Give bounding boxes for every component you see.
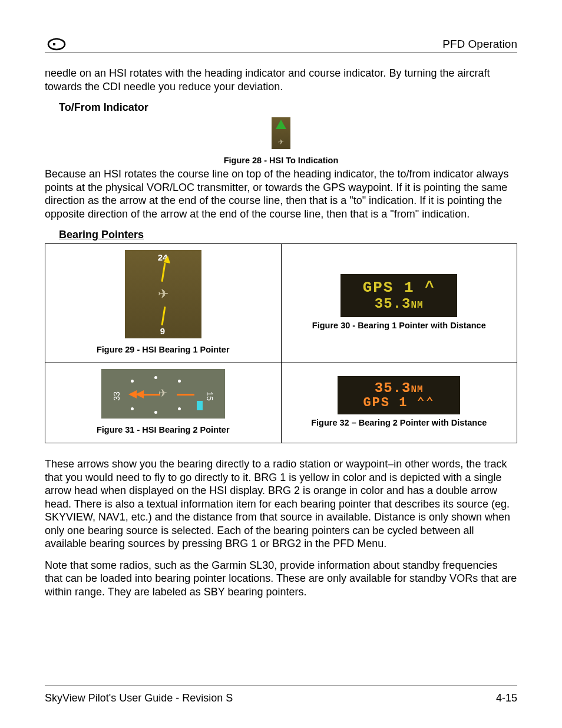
hsi-bearing-1-pointer-icon: 24 ✈ 9 (125, 250, 201, 338)
figure-31-cell: 33 ✈ 15 Figure 31 - HSI Bearing 2 Poin (45, 363, 282, 443)
bearing-paragraph-2: Note that some radios, such as the Garmi… (45, 559, 517, 599)
fig30-nm: NM (411, 300, 423, 311)
bearing-paragraph-1: These arrows show you the bearing direct… (45, 457, 517, 551)
fig30-distance: 35.3 (375, 296, 411, 312)
fig30-line1: GPS 1 ^ (363, 279, 435, 297)
footer-right: 4-15 (496, 692, 517, 704)
footer-left: SkyView Pilot's User Guide - Revision S (45, 692, 233, 704)
figure-28-caption: Figure 28 - HSI To Indication (45, 156, 517, 165)
fig31-tick-33: 33 (112, 391, 121, 401)
to-from-paragraph: Because an HSI rotates the course line o… (45, 167, 517, 220)
bearing-1-distance-display-icon: GPS 1 ^ 35.3NM (340, 274, 457, 317)
fig32-line2: GPS 1 ⌃⌃ (363, 396, 435, 410)
header-title: PFD Operation (442, 38, 517, 51)
bearing-2-distance-display-icon: 35.3NM GPS 1 ⌃⌃ (338, 376, 460, 414)
figure-30-caption: Figure 30 - Bearing 1 Pointer with Dista… (286, 321, 513, 330)
fig29-num-9: 9 (160, 326, 165, 336)
dynon-logo-icon (45, 38, 68, 51)
figure-32-cell: 35.3NM GPS 1 ⌃⌃ Figure 32 – Bearing 2 Po… (281, 363, 517, 443)
page-footer: SkyView Pilot's User Guide - Revision S … (45, 686, 517, 704)
figure-29-cell: 24 ✈ 9 Figure 29 - HSI Bearing 1 Pointer (45, 244, 282, 363)
fig31-tick-15: 15 (205, 391, 214, 401)
fig32-distance: 35.3 (375, 380, 411, 396)
figure-30-cell: GPS 1 ^ 35.3NM Figure 30 - Bearing 1 Poi… (281, 244, 517, 363)
hsi-bearing-2-pointer-icon: 33 ✈ 15 (101, 369, 225, 419)
figure-31-caption: Figure 31 - HSI Bearing 2 Pointer (50, 425, 276, 434)
hsi-to-indication-icon: ✈ (272, 117, 290, 149)
fig32-nm: NM (411, 384, 423, 395)
figure-29-caption: Figure 29 - HSI Bearing 1 Pointer (50, 345, 276, 354)
svg-rect-0 (53, 43, 55, 45)
figure-28: ✈ Figure 28 - HSI To Indication (45, 117, 517, 165)
page-header: PFD Operation (45, 38, 517, 52)
bearing-pointers-heading: Bearing Pointers (59, 229, 517, 241)
to-from-heading: To/From Indicator (59, 101, 517, 114)
figure-32-caption: Figure 32 – Bearing 2 Pointer with Dista… (286, 418, 513, 427)
intro-paragraph: needle on an HSI rotates with the headin… (45, 67, 517, 93)
bearing-figures-table: 24 ✈ 9 Figure 29 - HSI Bearing 1 Pointer… (45, 243, 517, 443)
